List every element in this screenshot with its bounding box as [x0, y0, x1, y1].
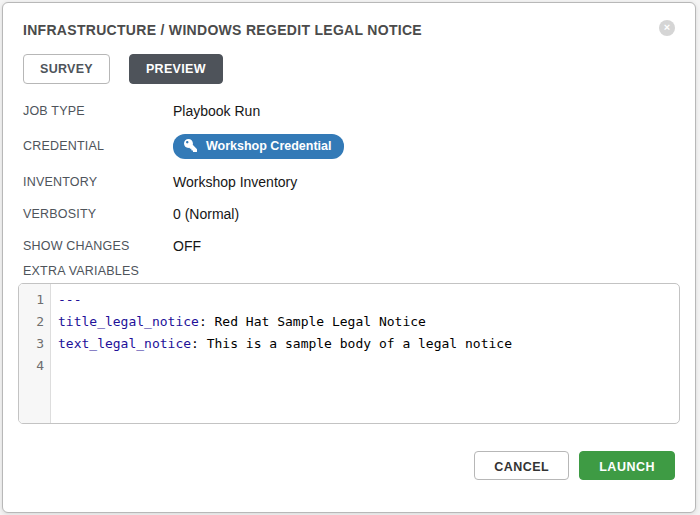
tab-bar: SURVEY PREVIEW — [23, 54, 675, 84]
cancel-button[interactable]: CANCEL — [474, 451, 569, 480]
credential-badge[interactable]: Workshop Credential — [173, 134, 344, 159]
tab-preview[interactable]: PREVIEW — [129, 54, 223, 84]
show-changes-label: SHOW CHANGES — [23, 239, 173, 253]
detail-row-credential: CREDENTIAL Workshop Credential — [23, 133, 675, 159]
yaml-value: : Red Hat Sample Legal Notice — [199, 314, 426, 329]
code-line: --- — [58, 289, 679, 311]
credential-label: CREDENTIAL — [23, 139, 173, 153]
detail-row-show-changes: SHOW CHANGES OFF — [23, 236, 675, 256]
code-line: title_legal_notice: Red Hat Sample Legal… — [58, 311, 679, 333]
detail-row-job-type: JOB TYPE Playbook Run — [23, 101, 675, 121]
job-type-value: Playbook Run — [173, 103, 260, 119]
verbosity-label: VERBOSITY — [23, 207, 173, 221]
modal-footer: CANCEL LAUNCH — [23, 451, 675, 480]
extra-variables-editor[interactable]: 1 2 3 4 --- title_legal_notice: Red Hat … — [18, 283, 680, 424]
extra-variables-label: EXTRA VARIABLES — [23, 264, 675, 278]
tab-survey[interactable]: SURVEY — [23, 54, 110, 84]
modal-header: INFRASTRUCTURE / WINDOWS REGEDIT LEGAL N… — [23, 18, 675, 38]
job-type-label: JOB TYPE — [23, 104, 173, 118]
line-number: 4 — [19, 355, 50, 377]
editor-line-number-gutter: 1 2 3 4 — [19, 284, 51, 423]
code-line — [58, 355, 679, 377]
verbosity-value: 0 (Normal) — [173, 206, 239, 222]
line-number: 1 — [19, 289, 50, 311]
launch-button[interactable]: LAUNCH — [579, 451, 675, 480]
yaml-value: : This is a sample body of a legal notic… — [191, 336, 512, 351]
yaml-key: text_legal_notice — [58, 336, 191, 351]
job-details: JOB TYPE Playbook Run CREDENTIAL Worksho… — [23, 101, 675, 256]
inventory-label: INVENTORY — [23, 175, 173, 189]
line-number: 3 — [19, 333, 50, 355]
detail-row-verbosity: VERBOSITY 0 (Normal) — [23, 204, 675, 224]
show-changes-value: OFF — [173, 238, 201, 254]
yaml-token: --- — [58, 292, 81, 307]
code-line: text_legal_notice: This is a sample body… — [58, 333, 679, 355]
credential-badge-label: Workshop Credential — [206, 139, 331, 153]
detail-row-inventory: INVENTORY Workshop Inventory — [23, 172, 675, 192]
job-launch-preview-modal: INFRASTRUCTURE / WINDOWS REGEDIT LEGAL N… — [2, 2, 696, 513]
inventory-value: Workshop Inventory — [173, 174, 297, 190]
modal-title: INFRASTRUCTURE / WINDOWS REGEDIT LEGAL N… — [23, 18, 422, 38]
line-number: 2 — [19, 311, 50, 333]
yaml-key: title_legal_notice — [58, 314, 199, 329]
close-icon[interactable]: × — [659, 20, 675, 36]
key-icon — [184, 139, 197, 152]
editor-code-area[interactable]: --- title_legal_notice: Red Hat Sample L… — [51, 284, 679, 423]
